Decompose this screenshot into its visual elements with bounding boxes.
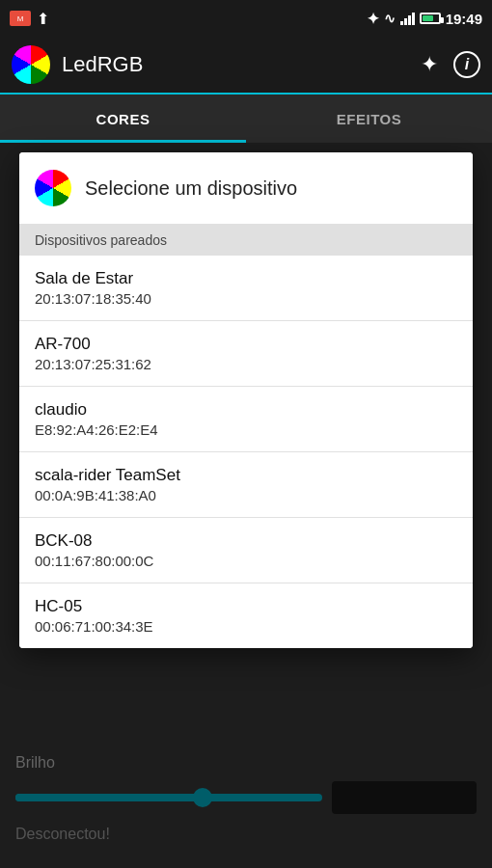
status-bar: M ⬆ ✦ ∿ 19:49 [0, 0, 492, 37]
device-item-5[interactable]: HC-05 00:06:71:00:34:3E [19, 583, 473, 648]
tab-efeitos[interactable]: EFEITOS [246, 95, 492, 143]
device-mac-4: 00:11:67:80:00:0C [35, 553, 457, 569]
device-mac-0: 20:13:07:18:35:40 [35, 290, 457, 307]
device-name-1: AR-700 [35, 335, 457, 354]
device-mac-3: 00:0A:9B:41:38:A0 [35, 487, 457, 503]
tab-cores[interactable]: CORES [0, 95, 246, 143]
dialog-logo [35, 170, 71, 206]
device-mac-2: E8:92:A4:26:E2:E4 [35, 421, 457, 438]
device-item-2[interactable]: claudio E8:92:A4:26:E2:E4 [19, 387, 473, 452]
status-right-icons: ✦ ∿ 19:49 [367, 10, 482, 28]
device-item-0[interactable]: Sala de Estar 20:13:07:18:35:40 [19, 256, 473, 321]
device-name-4: BCK-08 [35, 531, 457, 551]
dialog-header: Selecione um dispositivo [19, 152, 473, 225]
app-bar: LedRGB ✦ i [0, 37, 492, 95]
device-item-1[interactable]: AR-700 20:13:07:25:31:62 [19, 321, 473, 387]
device-list: Sala de Estar 20:13:07:18:35:40 AR-700 2… [19, 256, 473, 648]
device-name-0: Sala de Estar [35, 269, 457, 288]
device-name-5: HC-05 [35, 597, 457, 616]
device-mac-1: 20:13:07:25:31:62 [35, 356, 457, 372]
wifi-icon: ∿ [384, 11, 396, 26]
signal-icon [400, 12, 415, 25]
device-name-3: scala-rider TeamSet [35, 466, 457, 485]
status-time: 19:49 [446, 11, 482, 27]
bluetooth-icon[interactable]: ✦ [421, 52, 438, 77]
gmail-icon: M [10, 11, 31, 26]
device-mac-5: 00:06:71:00:34:3E [35, 618, 457, 635]
info-icon[interactable]: i [453, 51, 480, 78]
app-bar-icons: ✦ i [421, 51, 480, 78]
bluetooth-status-icon: ✦ [367, 10, 379, 28]
app-title: LedRGB [62, 52, 421, 77]
tab-bar: CORES EFEITOS [0, 95, 492, 143]
device-select-dialog: Selecione um dispositivo Dispositivos pa… [19, 152, 473, 648]
paired-devices-header: Dispositivos pareados [19, 225, 473, 256]
device-item-3[interactable]: scala-rider TeamSet 00:0A:9B:41:38:A0 [19, 452, 473, 518]
battery-icon [420, 13, 441, 24]
dialog-title: Selecione um dispositivo [85, 177, 297, 200]
app-logo [12, 45, 50, 84]
main-area: Brilho Desconectou! Selecione um disposi… [0, 143, 492, 868]
usb-icon: ⬆ [37, 10, 49, 28]
device-item-4[interactable]: BCK-08 00:11:67:80:00:0C [19, 518, 473, 583]
status-left-icons: M ⬆ [10, 10, 49, 28]
device-name-2: claudio [35, 400, 457, 420]
dialog-overlay: Selecione um dispositivo Dispositivos pa… [0, 143, 492, 868]
